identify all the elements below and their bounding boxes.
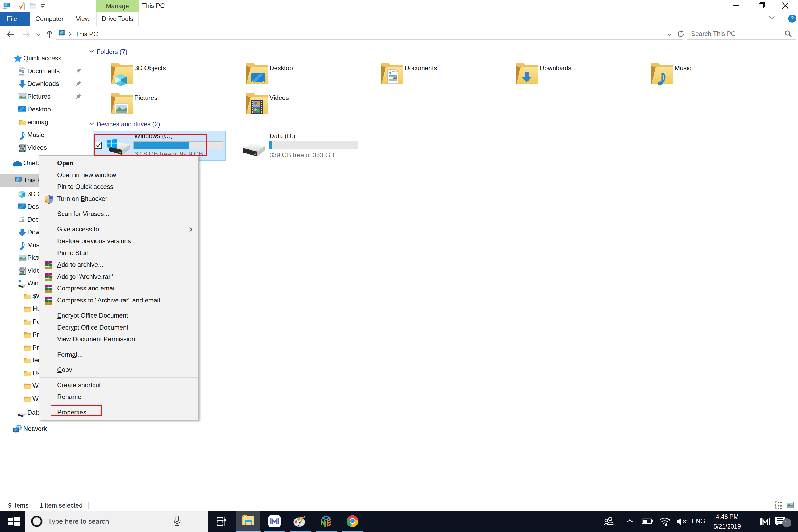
svg-text:?: ? [791,15,794,22]
svg-text:1: 1 [785,519,788,527]
